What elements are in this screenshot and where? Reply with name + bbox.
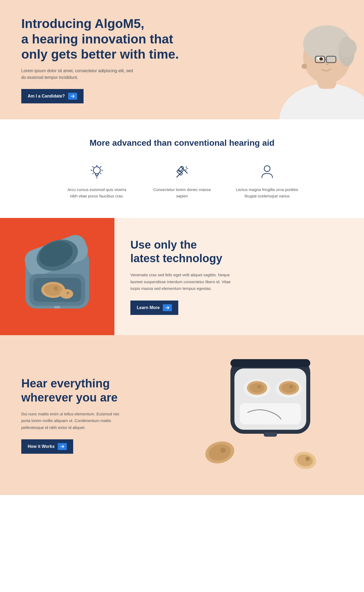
- hear-description: Dui nunc mattis enim ut tellus elementum…: [21, 411, 122, 431]
- svg-point-41: [60, 289, 73, 299]
- feature-text-3: Lectus magna fringilla urna porttitor fe…: [235, 186, 299, 199]
- svg-point-62: [305, 457, 310, 461]
- svg-line-21: [100, 173, 101, 174]
- hear-image: [182, 354, 343, 476]
- candidate-button-arrow: [68, 93, 77, 100]
- svg-rect-56: [264, 432, 277, 437]
- svg-point-13: [93, 167, 100, 174]
- candidate-button-label: Am I a Candidate?: [28, 94, 65, 99]
- svg-line-28: [186, 167, 187, 168]
- lightbulb-icon: [88, 163, 106, 181]
- arrow-right-icon: [165, 305, 170, 310]
- hear-section: Hear everythingwherever you are Dui nunc…: [0, 335, 364, 495]
- hero-woman-illustration: [200, 0, 364, 119]
- svg-rect-43: [54, 306, 60, 309]
- svg-point-39: [44, 284, 63, 296]
- candidate-button[interactable]: Am I a Candidate?: [21, 89, 84, 103]
- learn-more-button[interactable]: Learn More: [130, 301, 178, 315]
- how-it-works-button[interactable]: How it Works: [21, 439, 73, 454]
- svg-point-59: [220, 448, 226, 453]
- svg-point-40: [54, 286, 58, 291]
- svg-point-54: [289, 385, 293, 389]
- feature-item-1: Arcu cursus euismod quis viverra nibh vi…: [65, 163, 129, 199]
- feature-text-1: Arcu cursus euismod quis viverra nibh vi…: [65, 186, 129, 199]
- arrow-right-icon: [70, 94, 75, 99]
- svg-rect-55: [240, 403, 301, 424]
- svg-line-19: [100, 167, 101, 167]
- feature-text-2: Consectetur lorem donec massa sapien: [150, 186, 214, 199]
- features-title: More advanced than conventional hearing …: [21, 138, 343, 148]
- svg-line-29: [187, 168, 188, 169]
- learn-more-arrow: [163, 304, 172, 311]
- features-section: More advanced than conventional hearing …: [0, 119, 364, 218]
- svg-line-30: [185, 170, 186, 170]
- svg-point-42: [67, 292, 69, 294]
- feature-item-2: Consectetur lorem donec massa sapien: [150, 163, 214, 199]
- svg-point-31: [264, 166, 270, 172]
- features-grid: Arcu cursus euismod quis viverra nibh vi…: [21, 163, 343, 199]
- arrow-right-icon: [60, 444, 65, 449]
- tech-content: Use only thelatest technology Venenatis …: [114, 218, 364, 335]
- tool-icon: [173, 163, 191, 181]
- hero-title: Introducing AlgoM5,a hearing innovation …: [21, 16, 184, 62]
- svg-point-7: [319, 57, 323, 60]
- svg-line-18: [93, 167, 93, 167]
- tech-title: Use only thelatest technology: [130, 238, 348, 265]
- learn-more-label: Learn More: [137, 305, 160, 310]
- hearing-aid-case-illustration: [15, 234, 100, 319]
- hero-content: Introducing AlgoM5,a hearing innovation …: [0, 0, 200, 119]
- tech-section: Use only thelatest technology Venenatis …: [0, 218, 364, 335]
- hero-section: Introducing AlgoM5,a hearing innovation …: [0, 0, 364, 119]
- how-it-works-label: How it Works: [28, 444, 55, 449]
- svg-point-53: [282, 383, 296, 393]
- hero-image: [200, 0, 364, 119]
- tech-image: [0, 218, 114, 335]
- hear-title: Hear everythingwherever you are: [21, 376, 166, 405]
- svg-line-20: [93, 173, 93, 174]
- how-it-works-arrow: [58, 443, 67, 450]
- svg-point-12: [338, 39, 357, 57]
- svg-point-11: [302, 64, 307, 69]
- svg-point-51: [257, 385, 261, 389]
- person-icon: [258, 163, 276, 181]
- svg-rect-45: [230, 359, 310, 367]
- feature-item-3: Lectus magna fringilla urna porttitor fe…: [235, 163, 299, 199]
- tech-description: Venenatis cras sed felis eget velit aliq…: [130, 271, 237, 292]
- hero-description: Lorem ipsum dolor sit amet, consectetur …: [21, 67, 133, 81]
- hear-content: Hear everythingwherever you are Dui nunc…: [21, 376, 166, 454]
- svg-point-50: [250, 383, 264, 393]
- hear-illustration: [198, 354, 326, 476]
